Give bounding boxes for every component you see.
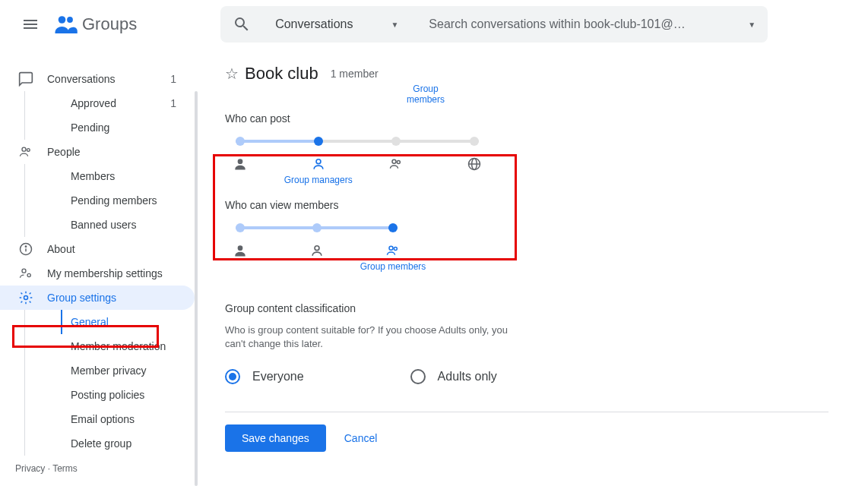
terms-link[interactable]: Terms bbox=[52, 463, 78, 474]
nav-approved[interactable]: Approved 1 bbox=[62, 91, 195, 115]
radio-checked-icon bbox=[225, 369, 240, 384]
app-name: Groups bbox=[82, 14, 137, 34]
nav-my-membership-label: My membership settings bbox=[47, 267, 163, 279]
svg-point-19 bbox=[389, 246, 393, 250]
nav-general[interactable]: General bbox=[61, 310, 195, 334]
globe-icon bbox=[467, 156, 482, 172]
owner-icon bbox=[233, 156, 248, 172]
search-options-arrow-icon: ▼ bbox=[748, 21, 756, 29]
svg-point-13 bbox=[398, 161, 401, 164]
nav-posting-policies-label: Posting policies bbox=[71, 389, 144, 401]
search-type-dropdown[interactable]: Conversations bbox=[275, 17, 353, 31]
svg-point-3 bbox=[27, 149, 30, 152]
nav-pending-members-label: Pending members bbox=[71, 194, 157, 207]
slider-stop-web[interactable] bbox=[470, 137, 479, 146]
page-title: Book club bbox=[245, 64, 318, 84]
who-can-post-slider[interactable] bbox=[236, 137, 479, 146]
nav-pending-label: Pending bbox=[71, 122, 109, 134]
groups-logo[interactable]: Groups bbox=[52, 11, 137, 38]
nav-conversations-label: Conversations bbox=[47, 73, 116, 85]
radio-everyone-label: Everyone bbox=[252, 370, 304, 383]
members-icon bbox=[385, 243, 401, 258]
who-can-view-members-label: Who can view members bbox=[225, 199, 828, 211]
classification-title: Group content classification bbox=[225, 302, 828, 314]
person-gear-icon bbox=[18, 266, 33, 281]
svg-point-0 bbox=[59, 16, 66, 24]
svg-point-1 bbox=[67, 17, 73, 23]
svg-point-10 bbox=[238, 159, 243, 164]
slider-stop-members[interactable] bbox=[388, 223, 398, 232]
sidebar: Conversations 1 Approved 1 Pending Peopl… bbox=[0, 49, 195, 486]
nav-member-privacy[interactable]: Member privacy bbox=[62, 358, 195, 383]
manager-icon bbox=[309, 243, 325, 258]
main-content: ☆ Book club 1 member Group members Who c… bbox=[195, 49, 868, 486]
slider-label-above: Group members bbox=[403, 84, 448, 105]
classification-desc: Who is group content suitable for? If yo… bbox=[225, 323, 514, 351]
who-can-post-label: Who can post bbox=[225, 112, 828, 125]
slider-stop-members[interactable] bbox=[391, 137, 401, 146]
slider-stop-managers[interactable] bbox=[312, 223, 322, 232]
who-can-view-members-slider[interactable] bbox=[236, 223, 398, 232]
hamburger-icon bbox=[24, 20, 37, 29]
nav-people[interactable]: People bbox=[0, 140, 195, 164]
svg-point-20 bbox=[394, 248, 397, 251]
nav-about-label: About bbox=[47, 243, 75, 255]
svg-point-8 bbox=[27, 273, 30, 276]
nav-members[interactable]: Members bbox=[62, 164, 195, 188]
svg-point-2 bbox=[22, 147, 26, 151]
svg-point-7 bbox=[22, 269, 26, 273]
owner-icon bbox=[233, 243, 248, 258]
nav-email-options[interactable]: Email options bbox=[62, 407, 195, 431]
cancel-button[interactable]: Cancel bbox=[344, 432, 378, 444]
nav-posting-policies[interactable]: Posting policies bbox=[62, 383, 195, 407]
conversations-icon bbox=[18, 71, 33, 87]
svg-point-12 bbox=[392, 159, 396, 163]
search-input[interactable]: Search conversations within book-club-10… bbox=[429, 17, 748, 31]
member-count: 1 member bbox=[331, 68, 379, 80]
nav-approved-count: 1 bbox=[170, 97, 176, 109]
nav-delete-group[interactable]: Delete group bbox=[62, 431, 195, 456]
nav-banned-users[interactable]: Banned users bbox=[62, 213, 195, 237]
nav-email-options-label: Email options bbox=[71, 413, 135, 425]
dropdown-arrow-icon: ▼ bbox=[391, 21, 398, 29]
who-can-post-selected-label: Group managers bbox=[284, 175, 353, 185]
slider-stop-managers[interactable] bbox=[314, 137, 323, 146]
nav-general-label: General bbox=[71, 316, 109, 328]
svg-point-11 bbox=[316, 159, 321, 164]
nav-pending[interactable]: Pending bbox=[62, 115, 195, 140]
nav-member-moderation[interactable]: Member moderation bbox=[62, 334, 195, 358]
svg-point-9 bbox=[24, 296, 28, 300]
members-icon bbox=[388, 156, 404, 172]
radio-unchecked-icon bbox=[410, 369, 426, 384]
nav-approved-label: Approved bbox=[71, 97, 116, 109]
privacy-link[interactable]: Privacy bbox=[15, 463, 45, 474]
nav-banned-users-label: Banned users bbox=[71, 219, 136, 231]
scrollbar[interactable] bbox=[195, 91, 198, 486]
footer-links: Privacy · Terms bbox=[15, 463, 78, 474]
nav-pending-members[interactable]: Pending members bbox=[62, 188, 195, 213]
svg-point-18 bbox=[315, 246, 319, 251]
nav-about[interactable]: About bbox=[0, 237, 195, 261]
slider-stop-owners[interactable] bbox=[236, 223, 245, 232]
svg-point-17 bbox=[238, 245, 243, 251]
radio-adults-only-label: Adults only bbox=[438, 370, 497, 383]
radio-adults-only[interactable]: Adults only bbox=[410, 369, 497, 384]
gear-icon bbox=[18, 290, 33, 305]
search-bar[interactable]: Conversations ▼ Search conversations wit… bbox=[220, 6, 768, 43]
nav-group-settings[interactable]: Group settings bbox=[0, 286, 195, 310]
groups-icon bbox=[52, 11, 79, 38]
search-icon bbox=[233, 15, 251, 33]
radio-everyone[interactable]: Everyone bbox=[225, 369, 304, 384]
who-can-view-selected-label: Group members bbox=[360, 261, 426, 272]
nav-my-membership[interactable]: My membership settings bbox=[0, 261, 195, 286]
nav-member-moderation-label: Member moderation bbox=[71, 340, 166, 352]
slider-stop-owners[interactable] bbox=[236, 137, 245, 146]
svg-point-6 bbox=[25, 246, 26, 247]
save-button[interactable]: Save changes bbox=[225, 424, 326, 452]
nav-conversations[interactable]: Conversations 1 bbox=[0, 67, 195, 91]
star-icon[interactable]: ☆ bbox=[225, 65, 239, 83]
main-menu-button[interactable] bbox=[12, 6, 49, 43]
manager-icon bbox=[311, 156, 326, 172]
nav-members-label: Members bbox=[71, 170, 115, 182]
nav-delete-group-label: Delete group bbox=[71, 437, 131, 450]
